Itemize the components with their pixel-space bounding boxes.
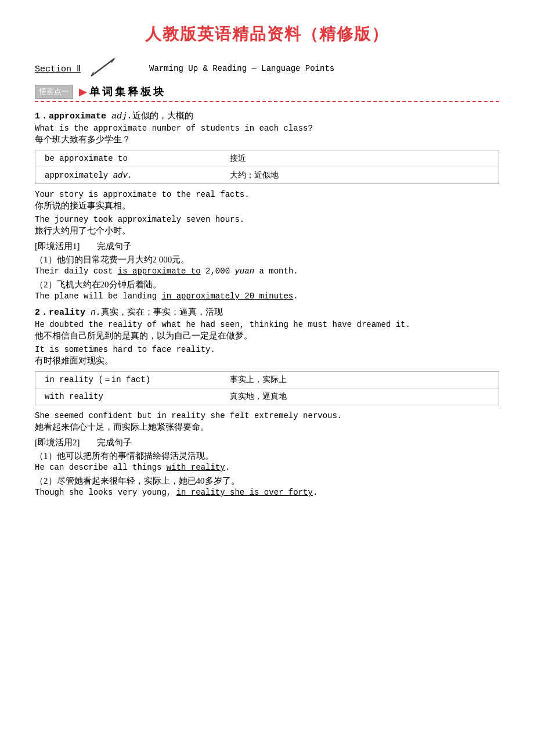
entry-2-practice-1-cn: （1）他可以把所有的事情都描绘得活灵活现。 xyxy=(35,451,499,462)
entry-2-example1-en: He doubted the reality of what he had se… xyxy=(35,320,499,329)
entry-2-heading: 2．reality n.真实，实在；事实；逼真，活现 xyxy=(35,307,499,318)
entry-1-practice-header: [即境活用1] 完成句子 xyxy=(35,241,499,252)
entry-2-example1-cn: 他不相信自己所见到的是真的，以为自己一定是在做梦。 xyxy=(35,330,499,341)
entry-1-pos: adj. xyxy=(111,111,132,121)
entry-1-heading: 1．approximate adj.近似的，大概的 xyxy=(35,110,499,121)
entry-2-word: reality xyxy=(49,308,85,318)
entry-2-example3-en: She seemed confident but in reality she … xyxy=(35,411,499,420)
table-meaning-2: 大约；近似地 xyxy=(221,167,499,184)
entry-1-word: approximate xyxy=(49,111,106,121)
entry-approximate: 1．approximate adj.近似的，大概的 What is the ap… xyxy=(35,110,499,301)
table-phrase-3: in reality (＝in fact) xyxy=(35,372,221,388)
entry-2-practice-2-en: Though she looks very young, in reality … xyxy=(35,488,499,497)
entry-1-example3-en: The journey took approximately seven hou… xyxy=(35,215,499,224)
entry-2-practice-2-cn: （2）尽管她看起来很年轻，实际上，她已40多岁了。 xyxy=(35,476,499,487)
word-block-header: 悟言点一 ▶ 单词集释板块 xyxy=(35,85,499,102)
table-phrase-4: with reality xyxy=(35,388,221,405)
entry-1-example2-en: Your story is approximate to the real fa… xyxy=(35,190,499,199)
word-block-title: 单词集释板块 xyxy=(89,85,166,99)
section-label: Section Ⅱ xyxy=(35,63,81,74)
entry-1-practice-1-en: Their daily cost is approximate to 2,000… xyxy=(35,267,499,276)
main-title: 人教版英语精品资料（精修版） xyxy=(35,23,499,45)
entry-2-def-cn: 真实，实在；事实；逼真，活现 xyxy=(101,307,223,316)
entry-2-example3-cn: 她看起来信心十足，而实际上她紧张得要命。 xyxy=(35,422,499,433)
entry-2-example2-cn: 有时很难面对现实。 xyxy=(35,355,499,366)
table-row: with reality 真实地，逼真地 xyxy=(35,388,499,405)
entry-1-practice-1-cn: （1）他们的日常花费一月大约2 000元。 xyxy=(35,254,499,265)
entry-1-example2-cn: 你所说的接近事实真相。 xyxy=(35,200,499,211)
table-row: be approximate to 接近 xyxy=(35,150,499,167)
pen-decoration-icon xyxy=(85,56,120,81)
entry-2-practice-header: [即境活用2] 完成句子 xyxy=(35,437,499,448)
table-phrase-2: approximately adv. xyxy=(35,167,221,184)
table-phrase-1: be approximate to xyxy=(35,150,221,167)
section-subtitle: Warming Up & Reading — Language Points xyxy=(149,64,334,73)
entry-2-table: in reality (＝in fact) 事实上，实际上 with reali… xyxy=(35,371,499,405)
entry-1-example3-cn: 旅行大约用了七个小时。 xyxy=(35,225,499,236)
entry-2-practice-1-en: He can describe all things with reality. xyxy=(35,463,499,472)
entry-2-pos: n. xyxy=(91,308,101,318)
entry-reality: 2．reality n.真实，实在；事实；逼真，活现 He doubted th… xyxy=(35,307,499,497)
svg-line-0 xyxy=(91,59,114,76)
entry-2-num: 2． xyxy=(35,308,49,318)
entry-1-def-cn: 近似的，大概的 xyxy=(132,111,193,120)
table-row: in reality (＝in fact) 事实上，实际上 xyxy=(35,372,499,388)
entry-2-example2-en: It is sometimes hard to face reality. xyxy=(35,345,499,354)
entry-1-num: 1． xyxy=(35,111,49,121)
table-meaning-3: 事实上，实际上 xyxy=(221,372,499,388)
entry-1-practice-2-cn: （2）飞机大约在20分钟后着陆。 xyxy=(35,279,499,290)
table-row: approximately adv. 大约；近似地 xyxy=(35,167,499,184)
word-block-badge: 悟言点一 xyxy=(35,85,73,99)
entry-1-practice-2-en: The plane will be landing in approximate… xyxy=(35,291,499,301)
entry-1-example1-cn: 每个班大致有多少学生？ xyxy=(35,134,499,145)
entry-1-table: be approximate to 接近 approximately adv. … xyxy=(35,150,499,184)
entry-1-example1-en: What is the approximate number of studen… xyxy=(35,124,499,133)
table-meaning-4: 真实地，逼真地 xyxy=(221,388,499,405)
table-meaning-1: 接近 xyxy=(221,150,499,167)
